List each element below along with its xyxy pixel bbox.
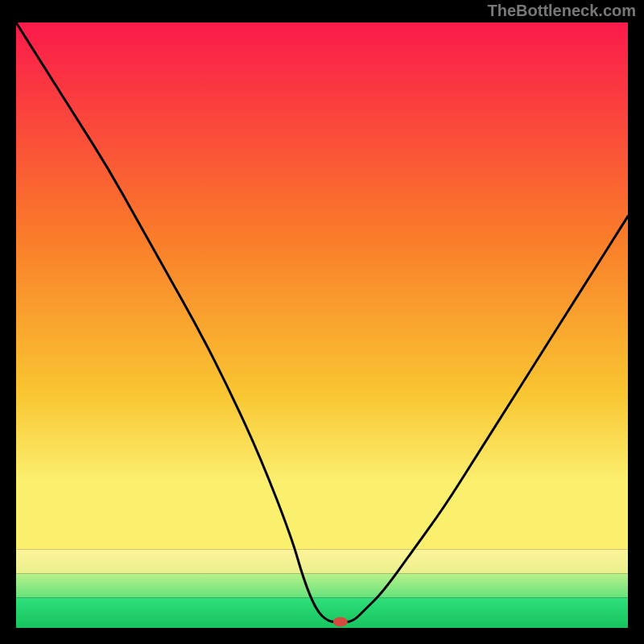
optimum-marker <box>333 617 348 626</box>
background-gradient <box>16 23 628 549</box>
watermark-text: TheBottleneck.com <box>488 2 636 20</box>
background-band-green <box>16 597 628 628</box>
background-band-lightgreen <box>16 573 628 597</box>
chart-svg <box>16 23 628 628</box>
bottleneck-curve-chart <box>16 23 628 628</box>
background-band-lemon <box>16 549 628 573</box>
chart-stage: TheBottleneck.com <box>0 0 644 644</box>
